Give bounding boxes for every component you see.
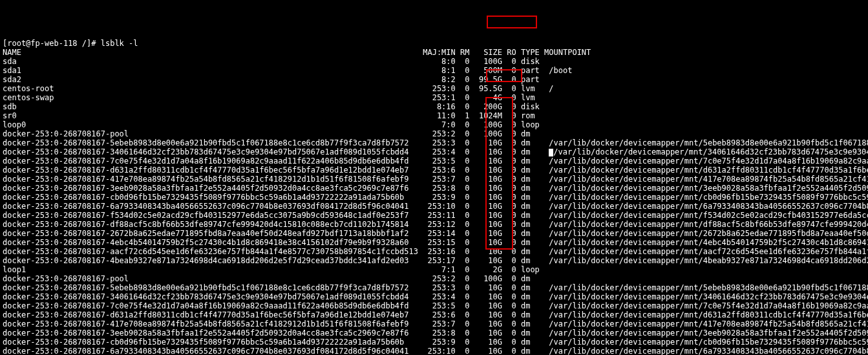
terminal-line: docker-253:0-268708167-2672b8a625edae771… bbox=[3, 229, 868, 238]
terminal-line: sda 8:0 0 100G 0 disk bbox=[3, 57, 868, 66]
terminal-line: sdb 8:16 0 200G 0 disk bbox=[3, 102, 868, 111]
terminal-line: sr0 11:0 1 1024M 0 rom bbox=[3, 111, 868, 120]
terminal-line: docker-253:0-268708167-cb0d96fb15be73294… bbox=[3, 193, 868, 202]
terminal-line: [root@fp-web-118 /]# lsblk -l bbox=[3, 39, 868, 48]
terminal-line: centos-root 253:0 0 95.5G 0 lvm / bbox=[3, 84, 868, 93]
terminal-line: docker-253:0-268708167-aacf72c6d545ee1d6… bbox=[3, 247, 868, 256]
text-cursor bbox=[549, 149, 553, 156]
terminal-line: docker-253:0-268708167-f534d02c5e02acd29… bbox=[3, 211, 868, 220]
terminal-line: docker-253:0-268708167-4ebc4b54014759b2f… bbox=[3, 238, 868, 247]
terminal-line: docker-253:0-268708167-6a7933408343ba405… bbox=[3, 347, 868, 355]
terminal-line: docker-253:0-268708167-34061646d32cf23bb… bbox=[3, 292, 868, 301]
terminal-line: docker-253:0-268708167-pool 253:2 0 100G… bbox=[3, 274, 868, 283]
highlight-box-disk-sda bbox=[487, 16, 537, 28]
terminal-line: NAME MAJ:MIN RM SIZE RO TYPE MOUNTPOINT bbox=[3, 48, 868, 57]
terminal-line: docker-253:0-268708167-pool 253:2 0 100G… bbox=[3, 129, 868, 138]
terminal-line: docker-253:0-268708167-5ebeb8983d8e00e6a… bbox=[3, 138, 868, 147]
terminal-line: docker-253:0-268708167-5ebeb8983d8e00e6a… bbox=[3, 283, 868, 292]
terminal-line: docker-253:0-268708167-7c0e75f4e32d1d7a0… bbox=[3, 301, 868, 310]
terminal-line: sda1 8:1 0 500M 0 part /boot bbox=[3, 66, 868, 75]
terminal-line: docker-253:0-268708167-3eeb9028a58a3fbfa… bbox=[3, 184, 868, 193]
terminal-line: docker-253:0-268708167-417e708ea89874fb2… bbox=[3, 175, 868, 184]
terminal-line: docker-253:0-268708167-d631a2ffd80311cdb… bbox=[3, 310, 868, 319]
terminal-line: docker-253:0-268708167-cb0d96fb15be73294… bbox=[3, 338, 868, 347]
terminal-line: docker-253:0-268708167-d631a2ffd80311cdb… bbox=[3, 166, 868, 175]
terminal-line: docker-253:0-268708167-417e708ea89874fb2… bbox=[3, 319, 868, 328]
terminal-output[interactable]: [root@fp-web-118 /]# lsblk -lNAME MAJ:MI… bbox=[3, 39, 868, 355]
terminal-line: loop0 7:0 0 100G 0 loop bbox=[3, 120, 868, 129]
terminal-line: docker-253:0-268708167-3eeb9028a58a3fbfa… bbox=[3, 328, 868, 338]
terminal-line: docker-253:0-268708167-df88acf5c8bf66b53… bbox=[3, 220, 868, 229]
terminal-line: centos-swap 253:1 0 4G 0 lvm bbox=[3, 93, 868, 102]
terminal-line: loop1 7:1 0 2G 0 loop bbox=[3, 265, 868, 274]
terminal-line: docker-253:0-268708167-34061646d32cf23bb… bbox=[3, 147, 868, 156]
terminal-line: docker-253:0-268708167-7c0e75f4e32d1d7a0… bbox=[3, 156, 868, 166]
terminal-line: sda2 8:2 0 99.5G 0 part bbox=[3, 75, 868, 84]
terminal-line: docker-253:0-268708167-4beab9327e871a732… bbox=[3, 256, 868, 265]
terminal-line: docker-253:0-268708167-6a7933408343ba405… bbox=[3, 202, 868, 211]
